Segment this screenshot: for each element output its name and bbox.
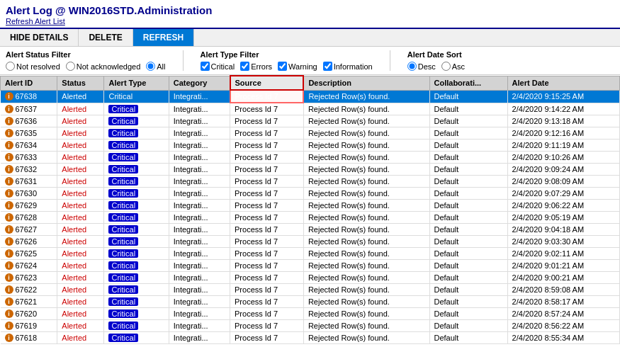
table-row[interactable]: i67636AlertedCriticalIntegrati...Process…: [1, 115, 620, 127]
alert-category: Integrati...: [169, 152, 230, 164]
alert-source: Process Id 7: [230, 115, 304, 127]
type-filter-option-0[interactable]: Critical: [201, 62, 235, 71]
alert-status: Alerted: [57, 272, 104, 284]
type-filter-option-2[interactable]: Warning: [278, 62, 317, 71]
type-filter-group: Alert Type Filter Critical Errors Warnin…: [201, 50, 373, 71]
alert-id-cell: i67633: [1, 152, 57, 164]
type-filter-title: Alert Type Filter: [201, 50, 373, 59]
alert-id: 67632: [16, 165, 38, 174]
alert-collaboration: Default: [429, 140, 507, 152]
status-filter-option-1[interactable]: Not acknowledged: [66, 62, 141, 71]
toolbar-btn-hide-details[interactable]: HIDE DETAILS: [0, 29, 79, 46]
table-row[interactable]: i67622AlertedCriticalIntegrati...Process…: [1, 284, 620, 296]
alert-status: Alerted: [57, 308, 104, 320]
alert-icon: i: [5, 105, 13, 113]
table-row[interactable]: i67627AlertedCriticalIntegrati...Process…: [1, 224, 620, 236]
alert-date: 2/4/2020 9:01:21 AM: [507, 260, 619, 272]
type-filter-option-1[interactable]: Errors: [240, 62, 272, 71]
alert-type: Critical: [104, 284, 169, 296]
table-row[interactable]: i67637AlertedCriticalIntegrati...Process…: [1, 103, 620, 115]
alert-type: Critical: [104, 200, 169, 212]
date-sort-title: Alert Date Sort: [407, 50, 465, 59]
status-filter-option-0[interactable]: Not resolved: [6, 62, 60, 71]
alert-id-cell: i67618: [1, 332, 57, 344]
alert-icon: i: [5, 322, 13, 330]
table-row[interactable]: i67638AlertedCriticalIntegrati...Process…: [1, 90, 620, 103]
table-row[interactable]: i67620AlertedCriticalIntegrati...Process…: [1, 308, 620, 320]
alert-collaboration: Default: [429, 296, 507, 308]
alert-source: Process Id 7: [230, 284, 304, 296]
table-row[interactable]: i67626AlertedCriticalIntegrati...Process…: [1, 236, 620, 248]
alert-description: Rejected Row(s) found.: [303, 103, 429, 115]
table-row[interactable]: i67634AlertedCriticalIntegrati...Process…: [1, 140, 620, 152]
table-row[interactable]: i67629AlertedCriticalIntegrati...Process…: [1, 200, 620, 212]
table-row[interactable]: i67628AlertedCriticalIntegrati...Process…: [1, 212, 620, 224]
alert-id-cell: i67620: [1, 308, 57, 320]
alert-date: 2/4/2020 8:58:17 AM: [507, 296, 619, 308]
toolbar-btn-delete[interactable]: DELETE: [79, 29, 133, 46]
alert-date: 2/4/2020 9:13:18 AM: [507, 115, 619, 127]
alert-icon: i: [5, 273, 13, 282]
table-row[interactable]: i67618AlertedCriticalIntegrati...Process…: [1, 332, 620, 344]
type-filter-option-3[interactable]: Information: [323, 62, 373, 71]
alert-id-cell: i67624: [1, 260, 57, 272]
alert-type: Critical: [104, 140, 169, 152]
alert-source: Process Id 7: [230, 200, 304, 212]
toolbar-btn-refresh[interactable]: REFRESH: [133, 29, 194, 46]
refresh-alert-list-link[interactable]: Refresh Alert List: [6, 17, 65, 25]
alert-category: Integrati...: [169, 320, 230, 332]
alert-type: Critical: [104, 212, 169, 224]
table-row[interactable]: i67632AlertedCriticalIntegrati...Process…: [1, 164, 620, 176]
table-row[interactable]: i67624AlertedCriticalIntegrati...Process…: [1, 260, 620, 272]
alert-icon: i: [5, 201, 13, 210]
alert-collaboration: Default: [429, 320, 507, 332]
table-row[interactable]: i67623AlertedCriticalIntegrati...Process…: [1, 272, 620, 284]
alert-status: Alerted: [57, 103, 104, 115]
alert-id: 67638: [16, 92, 38, 101]
date-sort-option-1[interactable]: Asc: [441, 62, 465, 71]
alert-status: Alerted: [57, 164, 104, 176]
alert-description: Rejected Row(s) found.: [303, 248, 429, 260]
alert-type: Critical: [104, 272, 169, 284]
alert-description: Rejected Row(s) found.: [303, 212, 429, 224]
alert-collaboration: Default: [429, 332, 507, 344]
page-title: Alert Log @ WIN2016STD.Administration: [6, 4, 614, 16]
alert-description: Rejected Row(s) found.: [303, 320, 429, 332]
alert-category: Integrati...: [169, 224, 230, 236]
alert-status: Alerted: [57, 127, 104, 140]
alert-source: Process Id 7: [230, 188, 304, 200]
alert-source: Process Id 7: [230, 260, 304, 272]
alert-source: Process Id 7: [230, 248, 304, 260]
alert-icon: i: [5, 92, 13, 101]
alert-id: 67618: [16, 334, 38, 342]
table-row[interactable]: i67625AlertedCriticalIntegrati...Process…: [1, 248, 620, 260]
alert-collaboration: Default: [429, 200, 507, 212]
alert-date: 2/4/2020 9:05:19 AM: [507, 212, 619, 224]
alert-icon: i: [5, 249, 13, 258]
col-header-collaborati---: Collaborati...: [429, 76, 507, 90]
table-row[interactable]: i67635AlertedCriticalIntegrati...Process…: [1, 127, 620, 140]
table-row[interactable]: i67630AlertedCriticalIntegrati...Process…: [1, 188, 620, 200]
alert-id-cell: i67621: [1, 296, 57, 308]
status-filter-option-2[interactable]: All: [146, 62, 165, 71]
alert-icon: i: [5, 285, 13, 294]
alert-collaboration: Default: [429, 248, 507, 260]
alert-id-cell: i67636: [1, 115, 57, 127]
alert-category: Integrati...: [169, 212, 230, 224]
alert-collaboration: Default: [429, 272, 507, 284]
table-row[interactable]: i67621AlertedCriticalIntegrati...Process…: [1, 296, 620, 308]
alert-type: Critical: [104, 103, 169, 115]
col-header-source: Source: [230, 76, 304, 90]
alert-category: Integrati...: [169, 272, 230, 284]
alert-status: Alerted: [57, 236, 104, 248]
date-sort-option-0[interactable]: Desc: [407, 62, 436, 71]
table-row[interactable]: i67633AlertedCriticalIntegrati...Process…: [1, 152, 620, 164]
status-filter-options: Not resolved Not acknowledged All: [6, 62, 166, 71]
table-row[interactable]: i67631AlertedCriticalIntegrati...Process…: [1, 176, 620, 188]
alert-id: 67624: [16, 261, 38, 270]
alert-icon: i: [5, 309, 13, 318]
alert-category: Integrati...: [169, 260, 230, 272]
table-row[interactable]: i67619AlertedCriticalIntegrati...Process…: [1, 320, 620, 332]
date-sort-options: Desc Asc: [407, 62, 465, 71]
alert-type: Critical: [104, 224, 169, 236]
